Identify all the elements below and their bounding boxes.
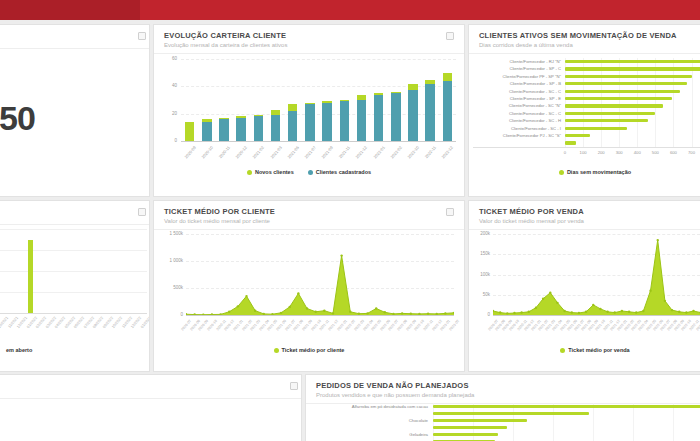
bar-segment-cadastrados[interactable]	[391, 93, 401, 141]
y-axis-label: 1 000k	[157, 258, 183, 263]
bar-segment-cadastrados[interactable]	[219, 119, 229, 141]
bar[interactable]	[433, 426, 507, 429]
legend-item[interactable]: Clientes cadastrados	[308, 169, 371, 175]
panel-pedidos-header: PEDIDOS DE VENDA NÃO PLANEJADOS Produtos…	[306, 375, 700, 404]
bar-segment-cadastrados[interactable]	[305, 104, 315, 141]
bar-segment-cadastrados[interactable]	[340, 101, 350, 141]
bar-segment-novos[interactable]	[443, 73, 453, 81]
panel-options-icon[interactable]	[446, 32, 454, 40]
bar[interactable]	[565, 134, 590, 137]
x-axis-label: 2021-06	[286, 145, 299, 159]
bar[interactable]	[565, 112, 655, 115]
bar[interactable]	[565, 75, 692, 78]
legend-dot-icon	[247, 170, 252, 175]
bar-segment-cadastrados[interactable]	[236, 118, 246, 141]
bar-segment-novos[interactable]	[374, 93, 384, 94]
em-aberto-chart: 10/202111/202112/202101/202202/202203/20…	[0, 229, 147, 314]
clientes-ativos-chart: 0100200300400500600700Cliente/Fornecedor…	[473, 58, 700, 148]
legend-label: Clientes cadastrados	[316, 169, 371, 175]
bar-segment-novos[interactable]	[305, 103, 315, 104]
bar[interactable]	[565, 97, 672, 100]
bar[interactable]	[433, 419, 527, 422]
panel-options-icon[interactable]	[138, 32, 146, 40]
gridline	[0, 292, 147, 293]
panel-options-icon[interactable]	[138, 208, 146, 216]
bar-segment-novos[interactable]	[271, 110, 281, 115]
bar-segment-novos[interactable]	[340, 100, 350, 101]
bar-segment-novos[interactable]	[219, 118, 229, 119]
bar-segment-cadastrados[interactable]	[374, 95, 384, 141]
bar-segment-novos[interactable]	[254, 115, 264, 116]
x-axis-tick: 600	[665, 150, 681, 155]
y-axis-label: 0	[468, 312, 490, 317]
panel-subtitle: Valor do ticket médio mensal por cliente	[164, 218, 454, 224]
bar-segment-novos[interactable]	[425, 80, 435, 84]
gridline	[673, 403, 674, 441]
x-axis-tick: 400	[629, 150, 645, 155]
bar-segment-cadastrados[interactable]	[288, 111, 298, 141]
y-axis-label: 60	[160, 56, 177, 61]
bar[interactable]	[433, 433, 498, 436]
bar[interactable]	[565, 141, 576, 144]
x-axis-tick: 200	[593, 150, 609, 155]
bar-segment-novos[interactable]	[357, 95, 367, 100]
legend-item[interactable]: Dias sem movimentação	[559, 169, 631, 175]
x-axis-label: 2021-03	[269, 145, 282, 159]
x-axis-tick: 100	[575, 150, 591, 155]
bar-segment-cadastrados[interactable]	[254, 116, 264, 141]
legend-item[interactable]: em aberto	[6, 347, 32, 353]
kpi-value: 50	[0, 101, 35, 135]
bar-segment-cadastrados[interactable]	[408, 90, 418, 141]
bar-segment-cadastrados[interactable]	[271, 115, 281, 141]
bar[interactable]	[565, 127, 627, 130]
row-label: Chocolate	[312, 418, 428, 423]
row-label: Cliente/Fornecedor PF - SP "N"	[473, 74, 561, 79]
gridline	[553, 403, 554, 441]
bar[interactable]	[565, 90, 680, 93]
panel-options-icon[interactable]	[446, 208, 454, 216]
panel-options-icon[interactable]	[290, 382, 298, 390]
legend-item[interactable]: Novos clientes	[247, 169, 294, 175]
bar-segment-novos[interactable]	[236, 116, 246, 117]
legend-item[interactable]: Ticket médio por cliente	[274, 347, 345, 353]
dashboard: 50 EVOLUÇÃO CARTEIRA CLIENTE Evolução me…	[0, 0, 700, 441]
bar-segment-novos[interactable]	[202, 119, 212, 122]
bar[interactable]	[565, 119, 648, 122]
legend-dot-icon	[560, 348, 565, 353]
bar[interactable]	[565, 104, 663, 107]
bar-segment-cadastrados[interactable]	[443, 81, 453, 141]
bar-segment-novos[interactable]	[391, 92, 401, 93]
x-axis-label: 2021-12	[355, 145, 368, 159]
bar-segment-cadastrados[interactable]	[357, 100, 367, 141]
bar-segment-cadastrados[interactable]	[425, 84, 435, 141]
bar[interactable]	[28, 240, 33, 313]
bar-segment-cadastrados[interactable]	[202, 122, 212, 141]
bar-segment-novos[interactable]	[322, 101, 332, 102]
gridline	[0, 271, 147, 272]
legend-dot-icon	[308, 170, 313, 175]
bar-segment-novos[interactable]	[408, 84, 418, 91]
panel-subtitle: Produtos vendidos e que não possuem dema…	[316, 392, 700, 398]
row-label: Geladeira	[312, 432, 428, 437]
bar[interactable]	[433, 412, 589, 415]
bar[interactable]	[565, 60, 700, 63]
panel-ticket-cliente-header: TICKET MÉDIO POR CLIENTE Valor do ticket…	[154, 201, 464, 230]
legend-item[interactable]: Ticket médio por venda	[560, 347, 629, 353]
bar-segment-novos[interactable]	[185, 122, 195, 141]
bar[interactable]	[565, 82, 687, 85]
gridline	[692, 58, 693, 147]
ticket_venda-area	[493, 234, 700, 315]
evolucao-legend: Novos clientesClientes cadastrados	[154, 169, 464, 175]
bar-segment-cadastrados[interactable]	[322, 103, 332, 141]
bar[interactable]	[433, 405, 700, 408]
bar[interactable]	[565, 67, 700, 70]
gridline	[0, 229, 147, 230]
panel-bottom-left-header	[0, 375, 301, 399]
x-axis-label: 2021-07	[303, 145, 316, 159]
ticket-cliente-chart: 0500k1 000k1 500k2020-072020-082020-0920…	[186, 234, 454, 316]
top-header-bar	[0, 0, 700, 20]
legend-dot-icon	[559, 170, 564, 175]
bar-segment-novos[interactable]	[288, 104, 298, 111]
gridline	[673, 58, 674, 147]
row-label: Cliente/Fornecedor - SC - I	[473, 126, 561, 131]
